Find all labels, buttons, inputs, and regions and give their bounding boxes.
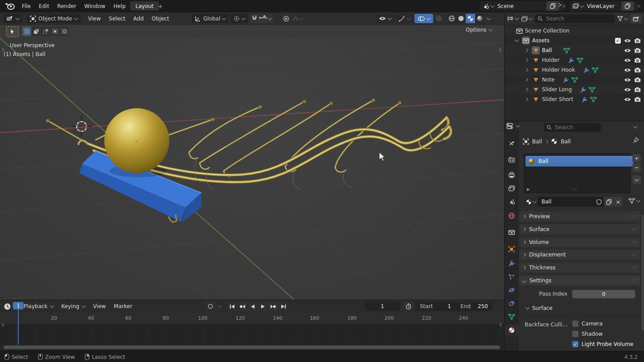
tab-physics-icon[interactable] bbox=[505, 284, 519, 296]
mesh-data-icon[interactable] bbox=[571, 77, 578, 83]
shading-material-button[interactable] bbox=[466, 14, 475, 23]
xray-toggle[interactable] bbox=[434, 14, 443, 23]
proportional-edit-icon[interactable] bbox=[282, 14, 291, 23]
chevron-down-icon[interactable] bbox=[268, 16, 272, 20]
menu-tl-view[interactable]: View bbox=[89, 303, 110, 309]
new-viewlayer-button[interactable] bbox=[621, 1, 634, 11]
outliner-search-input[interactable] bbox=[545, 15, 591, 22]
hide-eye-icon[interactable] bbox=[624, 58, 631, 63]
slot-specials-button[interactable] bbox=[632, 175, 641, 184]
outliner-row-ball[interactable]: Ball bbox=[505, 45, 644, 55]
panel-preview[interactable]: Preview∷∷ bbox=[519, 212, 640, 221]
playhead-line[interactable] bbox=[18, 309, 19, 345]
hide-eye-icon[interactable] bbox=[624, 68, 631, 73]
outliner-row-slider-short[interactable]: Slider Short bbox=[505, 94, 644, 104]
hide-eye-icon[interactable] bbox=[624, 77, 631, 82]
mesh-data-icon[interactable] bbox=[592, 67, 599, 73]
viewport-right-expand-icon[interactable] bbox=[500, 46, 502, 53]
mode-dropdown[interactable]: Object Mode bbox=[27, 14, 81, 23]
menu-edit[interactable]: Edit bbox=[35, 3, 53, 9]
properties-editor-type-button[interactable] bbox=[506, 123, 519, 129]
panel-volume[interactable]: Volume∷∷ bbox=[519, 237, 640, 247]
tab-viewlayer-icon[interactable] bbox=[505, 183, 519, 194]
new-collection-button[interactable] bbox=[630, 14, 642, 23]
tab-particles-icon[interactable] bbox=[505, 271, 519, 282]
menu-playback[interactable]: Playback bbox=[20, 303, 57, 309]
menu-window[interactable]: Window bbox=[80, 3, 109, 9]
new-scene-button[interactable] bbox=[546, 1, 559, 11]
browse-material-button[interactable] bbox=[524, 197, 538, 207]
outliner-row-note[interactable]: Note bbox=[505, 75, 644, 85]
backface-camera-option[interactable]: Camera bbox=[572, 321, 603, 327]
use-preview-range-button[interactable] bbox=[403, 301, 414, 311]
modifier-wrench-icon[interactable] bbox=[568, 57, 574, 63]
outliner-row-holder[interactable]: Holder bbox=[505, 55, 644, 65]
panel-displacement[interactable]: Displacement∷∷ bbox=[519, 250, 640, 260]
playhead-frame-badge[interactable]: 1 bbox=[13, 302, 24, 309]
mesh-data-icon[interactable] bbox=[563, 48, 570, 53]
breadcrumb-material[interactable]: Ball bbox=[561, 138, 570, 145]
viewport-canvas[interactable]: User Perspective (1) Assets | Ball bbox=[0, 37, 504, 300]
new-material-copy-button[interactable] bbox=[604, 197, 614, 207]
hide-eye-icon[interactable] bbox=[624, 48, 631, 53]
timeline-left-expand-icon[interactable] bbox=[1, 321, 4, 328]
panel-settings[interactable]: Settings∷∷ bbox=[519, 276, 640, 285]
tab-collection-icon[interactable] bbox=[505, 226, 519, 238]
panel-grip[interactable]: ∷∷ bbox=[632, 227, 637, 232]
snap-magnet-icon[interactable] bbox=[251, 15, 258, 22]
current-frame-field[interactable]: 1 bbox=[365, 302, 400, 311]
properties-search[interactable] bbox=[544, 123, 601, 132]
hide-eye-icon[interactable] bbox=[624, 87, 631, 92]
menu-add[interactable]: Add bbox=[129, 16, 148, 22]
tool-options-dropdown[interactable]: Options bbox=[466, 27, 492, 33]
tab-world-icon[interactable] bbox=[505, 210, 519, 221]
menu-view[interactable]: View bbox=[84, 16, 105, 22]
overlays-toggle[interactable] bbox=[414, 14, 433, 23]
unlink-material-button[interactable]: × bbox=[614, 197, 623, 207]
frame-start-field[interactable]: Start 1 bbox=[415, 302, 455, 311]
expand-icon[interactable] bbox=[525, 88, 528, 91]
outliner-row-holder-hook[interactable]: Holder Hook bbox=[505, 65, 644, 75]
panel-grip[interactable]: ∷∷ bbox=[632, 214, 637, 219]
outliner-search[interactable] bbox=[535, 14, 615, 23]
tab-scene-icon[interactable] bbox=[505, 196, 519, 207]
menu-keying[interactable]: Keying bbox=[57, 303, 89, 309]
blender-logo-icon[interactable] bbox=[5, 2, 15, 12]
pin-id-icon[interactable] bbox=[633, 137, 639, 145]
next-keyframe-button[interactable] bbox=[268, 301, 278, 311]
shading-wireframe-button[interactable] bbox=[447, 14, 456, 23]
tab-constraints-icon[interactable] bbox=[505, 297, 519, 309]
material-name-field[interactable]: Ball bbox=[538, 197, 594, 207]
light-probe-volume-checkbox[interactable]: ✓ bbox=[572, 341, 578, 347]
properties-search-input[interactable] bbox=[554, 124, 594, 131]
backface-lightprobe-option[interactable]: ✓ Light Probe Volume bbox=[572, 341, 633, 347]
backface-shadow-option[interactable]: Shadow bbox=[572, 331, 603, 337]
hide-eye-icon[interactable] bbox=[624, 38, 631, 43]
select-mode-set-button[interactable] bbox=[22, 27, 31, 36]
slot-list-expand-icon[interactable]: ▶ bbox=[527, 187, 530, 191]
disable-render-camera-icon[interactable] bbox=[634, 38, 641, 43]
properties-options-dropdown[interactable] bbox=[633, 124, 638, 129]
transform-orientation-dropdown[interactable]: Global bbox=[192, 14, 229, 23]
tab-object-data-icon[interactable] bbox=[505, 311, 519, 322]
disable-render-camera-icon[interactable] bbox=[634, 87, 641, 92]
menu-file[interactable]: File bbox=[18, 3, 35, 9]
select-mode-subtract-button[interactable] bbox=[41, 27, 50, 36]
shading-solid-button[interactable] bbox=[456, 14, 466, 23]
tab-render-icon[interactable] bbox=[505, 154, 519, 166]
collapse-icon[interactable] bbox=[515, 38, 519, 42]
pivot-point-dropdown[interactable] bbox=[230, 14, 248, 23]
modifier-wrench-icon[interactable] bbox=[580, 87, 586, 93]
outliner-row-slider-long[interactable]: Slider Long bbox=[505, 85, 644, 94]
collection-checkbox[interactable]: ✓ bbox=[615, 38, 621, 44]
auto-keying-button[interactable] bbox=[205, 301, 216, 311]
nodetree-dropdown[interactable] bbox=[628, 198, 640, 204]
shading-dropdown[interactable] bbox=[487, 16, 491, 20]
snap-with-icon[interactable] bbox=[259, 15, 267, 22]
disable-render-camera-icon[interactable] bbox=[634, 97, 641, 102]
timeline-channels[interactable] bbox=[0, 324, 504, 345]
outliner-row-assets[interactable]: Assets ✓ bbox=[505, 36, 644, 45]
breadcrumb-object[interactable]: Ball bbox=[532, 138, 542, 145]
object-visibility-dropdown[interactable] bbox=[376, 14, 394, 23]
pass-index-field[interactable]: 0 bbox=[572, 290, 635, 298]
